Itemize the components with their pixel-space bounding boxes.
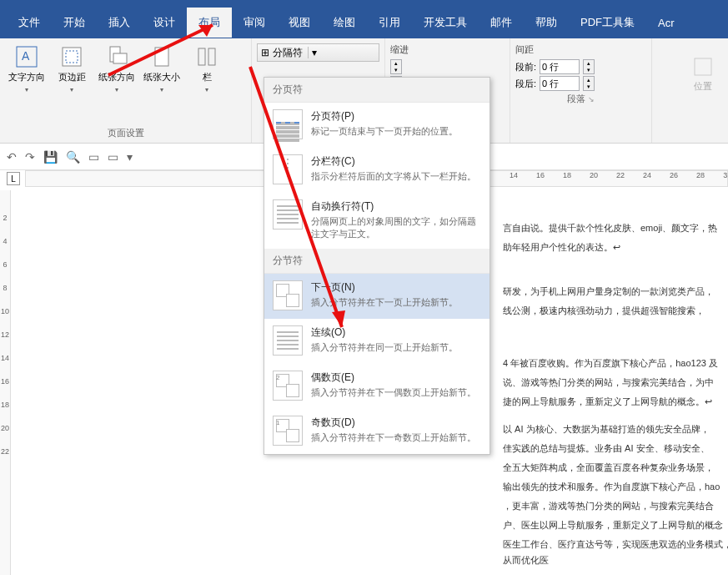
save-button[interactable]: 💾 bbox=[43, 150, 58, 164]
tab-mailings[interactable]: 邮件 bbox=[479, 8, 524, 38]
qat-more-button[interactable]: ▾ bbox=[127, 150, 133, 164]
svg-rect-9 bbox=[695, 58, 711, 75]
tab-selector[interactable]: L bbox=[7, 172, 20, 185]
break-type-icon: 13 bbox=[273, 416, 303, 446]
page-size-icon bbox=[148, 43, 175, 70]
break-type-icon bbox=[273, 199, 303, 229]
spacing-after-spinner[interactable]: ▴▾ bbox=[583, 76, 595, 91]
orientation-icon bbox=[103, 43, 130, 70]
spacing-before-row: 段前: ▴▾ bbox=[515, 59, 646, 74]
columns-icon bbox=[193, 43, 220, 70]
breaks-dropdown-menu: 分页符 分页符(P) 标记一页结束与下一页开始的位置。 分栏符(C) 指示分栏符… bbox=[264, 77, 490, 455]
undo-button[interactable]: ↶ bbox=[7, 150, 17, 164]
indent-label: 缩进 bbox=[390, 42, 505, 58]
tab-references[interactable]: 引用 bbox=[367, 8, 412, 38]
chevron-down-icon: ▾ bbox=[25, 86, 28, 93]
tab-acrobat[interactable]: Acr bbox=[646, 9, 686, 37]
size-button[interactable]: 纸张大小 ▾ bbox=[140, 42, 183, 95]
orientation-button[interactable]: 纸张方向 ▾ bbox=[95, 42, 138, 95]
chevron-down-icon: ▾ bbox=[115, 86, 118, 93]
tab-review[interactable]: 审阅 bbox=[232, 8, 277, 38]
text-direction-button[interactable]: A 文字方向 ▾ bbox=[5, 42, 48, 95]
tab-file[interactable]: 文件 bbox=[7, 8, 52, 38]
tab-help[interactable]: 帮助 bbox=[524, 8, 569, 38]
chevron-down-icon: ▾ bbox=[70, 86, 73, 93]
columns-button[interactable]: 栏 ▾ bbox=[185, 42, 228, 95]
print-preview-button[interactable]: 🔍 bbox=[66, 150, 80, 164]
document-content: 言自由说。提供千款个性化皮肤、emoji、颜文字，热 助年轻用户个性化的表达。↩… bbox=[503, 220, 728, 572]
margins-icon bbox=[58, 43, 85, 70]
spacing-label: 间距 bbox=[515, 42, 646, 58]
break-type-icon bbox=[273, 280, 303, 310]
break-type-icon bbox=[273, 154, 303, 184]
tab-view[interactable]: 视图 bbox=[277, 8, 322, 38]
text-direction-icon: A bbox=[13, 43, 40, 70]
break-type-icon: 24 bbox=[273, 371, 303, 401]
breaks-icon: ⊞ bbox=[261, 47, 269, 58]
vertical-ruler[interactable]: 246810121416182022 bbox=[0, 190, 11, 575]
breaks-menu-item[interactable]: 24 偶数页(E) 插入分节符并在下一偶数页上开始新节。 bbox=[264, 364, 490, 409]
spacing-before-input[interactable] bbox=[540, 59, 580, 74]
svg-rect-7 bbox=[198, 48, 205, 65]
svg-rect-8 bbox=[208, 48, 215, 65]
paragraph-group-label: 段落 ↘ bbox=[515, 91, 646, 107]
breaks-menu-item[interactable]: 下一页(N) 插入分节符并在下一页上开始新节。 bbox=[264, 274, 490, 319]
tab-home[interactable]: 开始 bbox=[52, 8, 97, 38]
spacing-before-spinner[interactable]: ▴▾ bbox=[583, 59, 595, 74]
section-breaks-section: 分节符 bbox=[264, 249, 490, 274]
chevron-down-icon: ▾ bbox=[160, 86, 163, 93]
chevron-down-icon: ▾ bbox=[205, 86, 208, 93]
svg-rect-2 bbox=[63, 48, 81, 66]
spacing-after-row: 段后: ▴▾ bbox=[515, 76, 646, 91]
tab-developer[interactable]: 开发工具 bbox=[412, 8, 479, 38]
breaks-menu-item[interactable]: 13 奇数页(D) 插入分节符并在下一奇数页上开始新节。 bbox=[264, 409, 490, 454]
break-type-icon bbox=[273, 109, 303, 139]
margins-button[interactable]: 页边距 ▾ bbox=[50, 42, 93, 95]
page-breaks-section: 分页符 bbox=[264, 78, 490, 103]
tab-design[interactable]: 设计 bbox=[142, 8, 187, 38]
svg-rect-5 bbox=[113, 53, 127, 63]
ribbon-tabs: 文件 开始 插入 设计 布局 审阅 视图 绘图 引用 开发工具 邮件 帮助 PD… bbox=[0, 7, 728, 38]
breaks-button[interactable]: ⊞ 分隔符 ▾ bbox=[257, 43, 379, 62]
break-type-icon bbox=[273, 325, 303, 356]
spacing-after-input[interactable] bbox=[540, 76, 580, 91]
tab-pdf-tools[interactable]: PDF工具集 bbox=[569, 8, 646, 38]
breaks-menu-item[interactable]: 自动换行符(T) 分隔网页上的对象周围的文字，如分隔题注文字与正文。 bbox=[264, 193, 490, 249]
tab-insert[interactable]: 插入 bbox=[97, 8, 142, 38]
position-button[interactable]: 位置 bbox=[685, 55, 721, 93]
qat-button[interactable]: ▭ bbox=[108, 150, 118, 164]
tab-draw[interactable]: 绘图 bbox=[322, 8, 367, 38]
qat-button[interactable]: ▭ bbox=[88, 150, 99, 164]
svg-text:A: A bbox=[22, 49, 30, 63]
breaks-menu-item[interactable]: 分栏符(C) 指示分栏符后面的文字将从下一栏开始。 bbox=[264, 148, 490, 193]
breaks-menu-item[interactable]: 连续(O) 插入分节符并在同一页上开始新节。 bbox=[264, 319, 490, 364]
redo-button[interactable]: ↷ bbox=[25, 150, 35, 164]
page-setup-group-label: 页面设置 bbox=[5, 125, 246, 141]
tab-layout[interactable]: 布局 bbox=[187, 8, 232, 38]
breaks-menu-item[interactable]: 分页符(P) 标记一页结束与下一页开始的位置。 bbox=[264, 103, 490, 148]
chevron-down-icon: ▾ bbox=[308, 47, 317, 58]
svg-rect-6 bbox=[155, 48, 168, 66]
